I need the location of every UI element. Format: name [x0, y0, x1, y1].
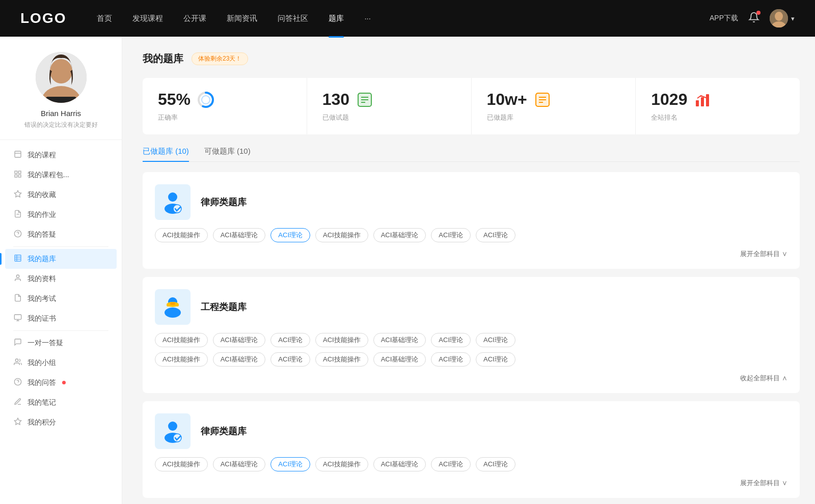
- sidebar-item-group[interactable]: 我的小组: [5, 353, 117, 373]
- sidebar-item-points[interactable]: 我的积分: [5, 412, 117, 432]
- sidebar-item-favorites[interactable]: 我的收藏: [5, 185, 117, 205]
- stats-row: 55% 正确率 130: [143, 78, 800, 134]
- notification-bell[interactable]: [748, 12, 759, 25]
- nav-discover[interactable]: 发现课程: [132, 12, 163, 25]
- svg-point-4: [50, 59, 72, 83]
- tag[interactable]: ACI理论: [270, 333, 310, 347]
- tag[interactable]: ACI基础理论: [213, 228, 266, 242]
- svg-point-23: [15, 359, 18, 361]
- tag[interactable]: ACI技能操作: [315, 333, 368, 347]
- sidebar-item-label: 我的积分: [28, 418, 56, 427]
- tag[interactable]: ACI理论: [476, 333, 515, 347]
- tag[interactable]: ACI理论: [431, 333, 471, 347]
- main-content: 我的题库 体验剩余23天！ 55% 正确率: [122, 37, 815, 504]
- tag[interactable]: ACI基础理论: [373, 457, 426, 471]
- tag[interactable]: ACI基础理论: [213, 457, 266, 471]
- stat-done-questions: 130 已做试题: [307, 78, 472, 134]
- tag[interactable]: ACI基础理论: [213, 352, 266, 367]
- tag[interactable]: ACI技能操作: [315, 352, 368, 367]
- tag[interactable]: ACI理论: [476, 457, 515, 471]
- tag[interactable]: ACI理论: [476, 228, 515, 242]
- rank-value: 1029: [651, 90, 687, 109]
- svg-rect-12: [18, 175, 21, 177]
- accuracy-icon: [197, 91, 215, 109]
- user-profile: Brian Harris 错误的决定比没有决定要好: [0, 52, 122, 140]
- sidebar-item-exam[interactable]: 我的考试: [5, 289, 117, 309]
- tab-available-banks[interactable]: 可做题库 (10): [204, 147, 251, 161]
- sidebar-item-my-qa[interactable]: 我的问答: [5, 373, 117, 393]
- nav-open-course[interactable]: 公开课: [183, 12, 206, 25]
- exam-icon: [13, 294, 22, 303]
- tag[interactable]: ACI技能操作: [155, 457, 208, 471]
- tags-row-engineer-2: ACI技能操作 ACI基础理论 ACI理论 ACI技能操作 ACI基础理论 AC…: [155, 352, 787, 367]
- sidebar-item-label: 我的问答: [28, 378, 56, 387]
- sidebar-item-notes[interactable]: 我的笔记: [5, 393, 117, 412]
- group-icon: [13, 358, 22, 368]
- svg-rect-9: [15, 171, 17, 174]
- tag[interactable]: ACI理论: [431, 352, 471, 367]
- tag[interactable]: ACI理论: [476, 352, 515, 367]
- done-questions-value: 130: [322, 90, 349, 109]
- sidebar-item-course-package[interactable]: 我的课程包...: [5, 165, 117, 185]
- tag[interactable]: ACI理论: [270, 352, 310, 367]
- tag[interactable]: ACI技能操作: [155, 333, 208, 347]
- sidebar-item-label: 我的笔记: [28, 398, 56, 407]
- svg-rect-40: [696, 100, 699, 106]
- expand-button-lawyer-1[interactable]: 展开全部科目 ∨: [155, 247, 787, 261]
- tag[interactable]: ACI理论: [431, 228, 471, 242]
- tag[interactable]: ACI基础理论: [373, 333, 426, 347]
- tag[interactable]: ACI技能操作: [315, 228, 368, 242]
- bank-card-lawyer-2: 律师类题库 ACI技能操作 ACI基础理论 ACI理论 ACI技能操作 ACI基…: [143, 401, 800, 498]
- sidebar-item-my-course[interactable]: 我的课程: [5, 145, 117, 165]
- svg-rect-17: [15, 255, 21, 261]
- stat-done-banks: 10w+ 已做题库: [472, 78, 636, 134]
- sidebar-item-question-bank[interactable]: 我的题库: [5, 249, 117, 269]
- stat-rank: 1029 全站排名: [636, 78, 800, 134]
- expand-button-lawyer-2[interactable]: 展开全部科目 ∨: [155, 477, 787, 490]
- sidebar-item-label: 一对一答疑: [28, 339, 63, 348]
- stat-accuracy: 55% 正确率: [143, 78, 307, 134]
- header-right: APP下载 ▾: [710, 9, 795, 27]
- user-avatar-menu[interactable]: ▾: [770, 9, 795, 27]
- tag[interactable]: ACI基础理论: [213, 333, 266, 347]
- nav-qa[interactable]: 问答社区: [278, 12, 308, 25]
- sidebar: Brian Harris 错误的决定比没有决定要好 我的课程 我的课程包...: [0, 37, 122, 504]
- tag[interactable]: ACI基础理论: [373, 228, 426, 242]
- sidebar-item-one-on-one[interactable]: 一对一答疑: [5, 333, 117, 353]
- tag[interactable]: ACI技能操作: [315, 457, 368, 471]
- nav-questions[interactable]: 题库: [329, 12, 344, 25]
- svg-rect-22: [14, 315, 21, 319]
- tag[interactable]: ACI技能操作: [155, 352, 208, 367]
- nav-news[interactable]: 新闻资讯: [227, 12, 257, 25]
- app-download-button[interactable]: APP下载: [710, 14, 738, 23]
- sidebar-item-homework[interactable]: 我的作业: [5, 205, 117, 225]
- tag-active[interactable]: ACI理论: [270, 457, 310, 471]
- sidebar-item-questions[interactable]: 我的答疑: [5, 225, 117, 244]
- qa-notification-dot: [62, 381, 66, 384]
- header: LOGO 首页 发现课程 公开课 新闻资讯 问答社区 题库 ··· APP下载: [0, 0, 815, 37]
- divider-1: [13, 246, 108, 247]
- svg-rect-7: [15, 151, 21, 157]
- collapse-button-engineer[interactable]: 收起全部科目 ∧: [155, 372, 787, 385]
- svg-rect-6: [46, 97, 76, 103]
- svg-rect-10: [18, 171, 21, 174]
- main-layout: Brian Harris 错误的决定比没有决定要好 我的课程 我的课程包...: [0, 37, 815, 504]
- trial-badge: 体验剩余23天！: [192, 52, 248, 65]
- tag[interactable]: ACI技能操作: [155, 228, 208, 242]
- notes-icon: [13, 398, 22, 407]
- user-avatar: [770, 9, 788, 27]
- svg-marker-26: [14, 418, 21, 425]
- sidebar-item-certificate[interactable]: 我的证书: [5, 309, 117, 328]
- tag[interactable]: ACI理论: [431, 457, 471, 471]
- svg-point-29: [202, 96, 210, 104]
- nav-home[interactable]: 首页: [97, 12, 112, 25]
- sidebar-item-profile[interactable]: 我的资料: [5, 269, 117, 289]
- tag[interactable]: ACI基础理论: [373, 352, 426, 367]
- bank-title-engineer: 工程类题库: [201, 301, 247, 313]
- tag-active[interactable]: ACI理论: [270, 228, 310, 242]
- tab-done-banks[interactable]: 已做题库 (10): [143, 147, 189, 161]
- nav-more[interactable]: ···: [364, 12, 371, 25]
- svg-rect-41: [701, 97, 704, 106]
- svg-point-51: [168, 422, 177, 431]
- rank-icon: [693, 91, 712, 109]
